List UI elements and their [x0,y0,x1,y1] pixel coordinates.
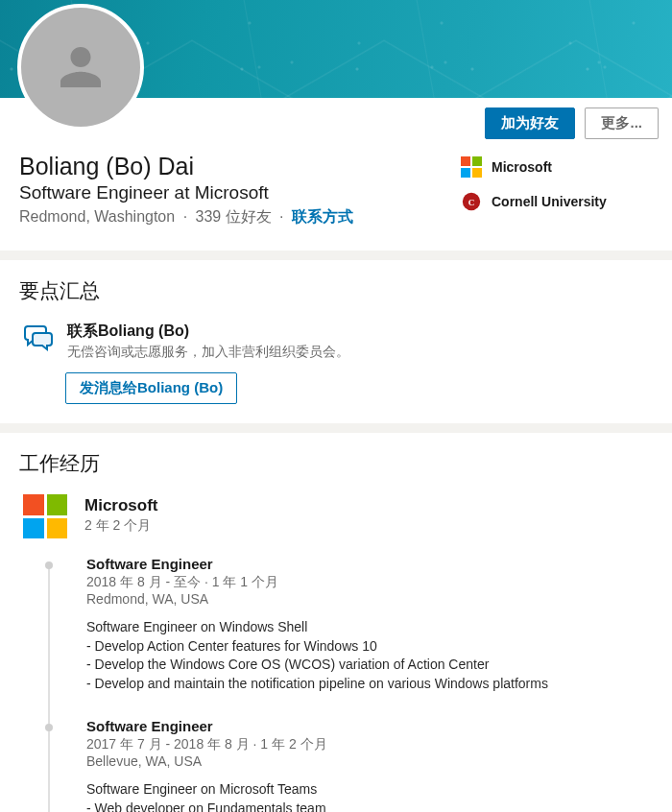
profile-right: Microsoft C Cornell University [461,153,653,227]
experience-timeline: Software Engineer 2018 年 8 月 - 至今 · 1 年 … [48,556,653,812]
company-name: Microsoft [84,496,158,515]
experience-section: 工作经历 Microsoft 2 年 2 个月 Software Enginee… [0,433,672,812]
svg-text:C: C [468,198,475,207]
profile-location-line: Redmond, Washington · 339 位好友 · 联系方式 [19,207,461,227]
company-duration: 2 年 2 个月 [84,517,158,535]
profile-headline: Software Engineer at Microsoft [19,182,461,203]
highlights-text: 联系Boliang (Bo) 无偿咨询或志愿服务，加入非营利组织委员会。 [67,322,349,361]
experience-company-header[interactable]: Microsoft 2 年 2 个月 [23,494,653,538]
school-label: Cornell University [492,194,607,209]
role-title: Software Engineer [86,718,653,734]
school-row[interactable]: C Cornell University [461,191,653,212]
microsoft-icon [461,156,482,178]
highlights-subtitle: 无偿咨询或志愿服务，加入非营利组织委员会。 [67,344,349,361]
avatar[interactable] [17,4,144,131]
microsoft-icon [23,494,67,538]
profile-body: Boliang (Bo) Dai Software Engineer at Mi… [0,139,672,251]
profile-card: 加为好友 更多... Boliang (Bo) Dai Software Eng… [0,0,672,251]
role-title: Software Engineer [86,556,653,572]
chat-icon [23,323,54,356]
highlights-heading: 联系Boliang (Bo) [67,322,349,342]
experience-role: Software Engineer 2017 年 7 月 - 2018 年 8 … [48,718,653,812]
separator-dot: · [183,208,192,225]
profile-left: Boliang (Bo) Dai Software Engineer at Mi… [19,153,461,227]
highlights-title: 要点汇总 [19,277,653,304]
more-button[interactable]: 更多... [585,107,659,139]
separator-dot: · [279,208,288,225]
profile-name: Boliang (Bo) Dai [19,153,461,180]
company-text: Microsoft 2 年 2 个月 [84,494,158,538]
contact-info-link[interactable]: 联系方式 [292,208,353,225]
experience-role: Software Engineer 2018 年 8 月 - 至今 · 1 年 … [48,556,653,693]
person-icon [54,40,108,94]
current-company-label: Microsoft [492,159,552,175]
role-description: Software Engineer on Microsoft Teams - W… [86,780,653,812]
highlights-section: 要点汇总 联系Boliang (Bo) 无偿咨询或志愿服务，加入非营利组织委员会… [0,260,672,423]
highlights-row: 联系Boliang (Bo) 无偿咨询或志愿服务，加入非营利组织委员会。 [23,322,653,361]
cornell-icon: C [461,191,482,212]
experience-title: 工作经历 [19,450,653,477]
role-dates: 2018 年 8 月 - 至今 · 1 年 1 个月 [86,574,653,591]
connections-count[interactable]: 339 位好友 [196,208,272,225]
message-button[interactable]: 发消息给Boliang (Bo) [65,372,237,404]
connect-button[interactable]: 加为好友 [485,107,575,139]
role-location: Redmond, WA, USA [86,591,653,607]
role-description: Software Engineer on Windows Shell - Dev… [86,618,653,693]
current-company-row[interactable]: Microsoft [461,156,653,178]
profile-location: Redmond, Washington [19,208,175,225]
role-location: Bellevue, WA, USA [86,753,653,769]
role-dates: 2017 年 7 月 - 2018 年 8 月 · 1 年 2 个月 [86,736,653,753]
